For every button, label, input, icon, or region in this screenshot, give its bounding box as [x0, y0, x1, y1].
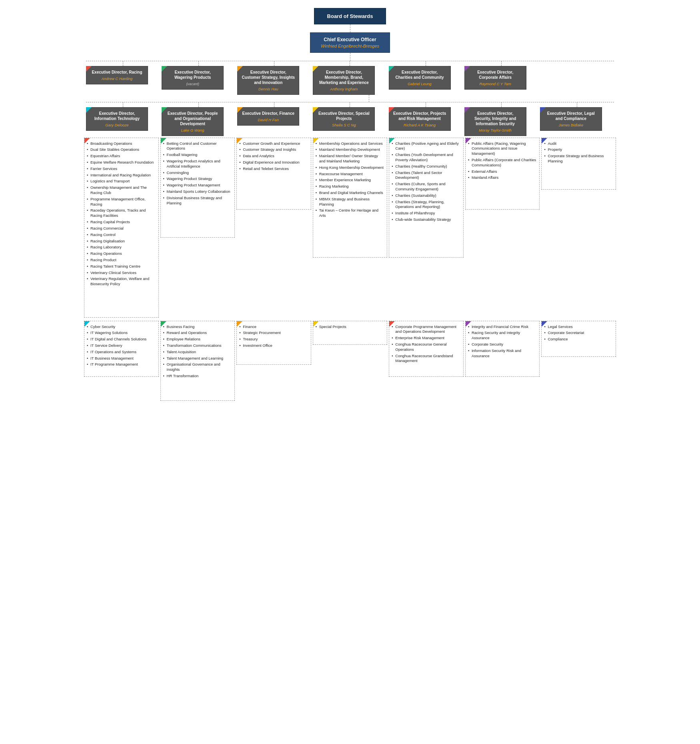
ed-it-title: Executive Director, Information Technolo…	[90, 111, 144, 121]
ed-racing-box: Executive Director, Racing Andrew C Hard…	[86, 66, 148, 84]
list-item: IT Operations and Systems	[86, 349, 156, 355]
dept-finance-bottom: Finance Strategic Procurement Treasury I…	[236, 321, 311, 365]
ceo-box: Chief Executive Officer Winfried Engelbr…	[310, 32, 390, 53]
list-item: Tai Kwun – Centre for Heritage and Arts	[315, 208, 385, 219]
list-item: Wagering Product Strategy	[163, 176, 233, 182]
row2-execs: Executive Director, Information Technolo…	[86, 102, 614, 136]
dept-projects-bottom: Corporate Programme Management and Opera…	[389, 321, 464, 377]
list-item: Brand and Digital Marketing Channels	[315, 190, 385, 196]
list-item: IT Digital and Channels Solutions	[86, 336, 156, 343]
list-item: Veterinary Clinical Services	[86, 270, 156, 276]
v2	[198, 61, 199, 66]
ed-racing-wrapper: Executive Director, Racing Andrew C Hard…	[86, 66, 160, 84]
ed-special-name: Sheila S C Ng	[317, 123, 370, 127]
col-wagering: Executive Director, Wagering Products (v…	[162, 61, 236, 95]
ed-wagering-name: (vacant)	[166, 82, 219, 86]
dept-special-bottom: Special Projects	[313, 321, 388, 345]
list-item: Hong Kong Membership Development	[315, 164, 385, 171]
ed-wagering-wrapper: Executive Director, Wagering Products (v…	[162, 66, 236, 90]
list-item: Betting Control and Customer Operations	[163, 140, 233, 152]
ed-projects-name: Richard A K Tsiang	[393, 123, 446, 127]
ed-corporate-title: Executive Director, Corporate Affairs	[469, 70, 522, 80]
list-item: Data and Analytics	[239, 153, 309, 160]
ed-customer-wrapper: Executive Director, Customer Strategy, I…	[237, 66, 311, 95]
ed-membership-title: Executive Director, Membership, Brand, M…	[317, 70, 370, 85]
list-item: Dual Site Stables Operations	[86, 147, 156, 153]
ed-charities-box: Executive Director, Charities and Commun…	[389, 66, 451, 90]
list-item: Organisational Governance and Insights	[163, 362, 233, 373]
list-item: Raceday Operations, Tracks and Racing Fa…	[86, 208, 156, 219]
ed-finance-box: Executive Director, Finance David H Fan	[237, 107, 299, 126]
ed-security-name: Moray Taylor-Smith	[469, 128, 522, 132]
list-item: Racing Control	[86, 232, 156, 238]
list-item: Digital Experience and Innovation	[239, 159, 309, 166]
col-people: Executive Director, People and Organisat…	[162, 102, 236, 136]
list-item: Customer Strategy and Insights	[239, 147, 309, 153]
list-item: Charities (Healthy Community)	[391, 163, 461, 170]
dept-bottom-row: Cyber Security IT Wagering Solutions IT …	[84, 321, 616, 401]
list-item: Equine Welfare Research Foundation	[86, 159, 156, 166]
dept-projects-list: Corporate Programme Management and Opera…	[391, 324, 461, 364]
flag-customer	[237, 66, 243, 72]
ed-customer-name: Dennis Hau	[242, 87, 295, 91]
ed-special-title: Executive Director, Special Projects	[317, 111, 370, 121]
ed-it-box: Executive Director, Information Technolo…	[86, 107, 148, 131]
list-item: Racecourse Management	[315, 171, 385, 177]
vi1	[123, 102, 123, 107]
list-item: Public Affairs (Corporate and Charities …	[468, 157, 538, 168]
list-item: Corporate Strategy and Business Planning	[544, 153, 614, 165]
ed-projects-wrapper: Executive Director, Projects and Risk Ma…	[389, 107, 463, 131]
v3	[274, 61, 274, 66]
list-item: Public Affairs (Racing, Wagering Communi…	[468, 140, 538, 157]
list-item: Audit	[544, 140, 614, 147]
list-item: Equestrian Affairs	[86, 153, 156, 160]
list-item: Mainland Member/ Owner Strategy and Main…	[315, 153, 385, 165]
ed-special-wrapper: Executive Director, Special Projects She…	[313, 107, 387, 131]
list-item: Wagering Product Management	[163, 182, 233, 189]
list-item: Club-wide Sustainability Strategy	[391, 217, 461, 223]
ed-charities-wrapper: Executive Director, Charities and Commun…	[389, 66, 463, 90]
ed-security-wrapper: Executive Director, Security, Integrity …	[464, 107, 538, 136]
list-item: Membership Operations and Services	[315, 140, 385, 147]
list-item: Football Wagering	[163, 152, 233, 158]
list-item: Enterprise Risk Management	[391, 335, 461, 342]
ed-charities-name: Gabriel Leung	[393, 82, 446, 86]
col-racing: Executive Director, Racing Andrew C Hard…	[86, 61, 160, 95]
ed-people-title: Executive Director, People and Organisat…	[166, 111, 219, 126]
list-item: Racing Operations	[86, 251, 156, 257]
list-item: Corporate Security	[468, 341, 538, 348]
list-item: Talent Acquisition	[163, 349, 233, 355]
board-section: Board of Stewards	[314, 8, 386, 32]
col-special: Executive Director, Special Projects She…	[313, 102, 387, 136]
ed-racing-name: Andrew C Harding	[90, 76, 144, 81]
vi5	[426, 102, 426, 107]
dept-legal-bottom: Legal Services Corporate Secretariat Com…	[541, 321, 616, 357]
ed-legal-title: Executive Director, Legal and Compliance	[544, 111, 598, 121]
list-item: Commingling	[163, 170, 233, 176]
list-item: IT Wagering Solutions	[86, 330, 156, 336]
list-item: Charities (Positive Ageing and Elderly C…	[391, 140, 461, 152]
v6	[501, 61, 502, 66]
vi6	[501, 102, 502, 107]
list-item: Charities (Culture, Sports and Community…	[391, 181, 461, 193]
ed-customer-box: Executive Director, Customer Strategy, I…	[237, 66, 299, 95]
ed-special-box: Executive Director, Special Projects She…	[313, 107, 375, 131]
list-item: Transformation Communications	[163, 342, 233, 349]
list-item: Retail and Telebet Services	[239, 166, 309, 172]
dept-it-list: Cyber Security IT Wagering Solutions IT …	[86, 324, 156, 368]
ed-legal-box: Executive Director, Legal and Compliance…	[540, 107, 602, 131]
ceo-section: Chief Executive Officer Winfried Engelbr…	[86, 32, 614, 61]
dept-security-list: Integrity and Financial Crime Risk Racin…	[468, 324, 538, 359]
list-item: Information Security Risk and Assurance	[468, 348, 538, 359]
col-corporate: Executive Director, Corporate Affairs Ra…	[464, 61, 538, 95]
list-item: IT Programme Management	[86, 362, 156, 368]
list-item: Divisional Business Strategy and Plannin…	[163, 195, 233, 206]
ed-projects-box: Executive Director, Projects and Risk Ma…	[389, 107, 451, 131]
dept-membership-list: Membership Operations and Services Mainl…	[315, 140, 385, 219]
list-item: Treasury	[239, 336, 309, 343]
flag-finance	[237, 107, 243, 113]
ed-people-box: Executive Director, People and Organisat…	[162, 107, 224, 136]
list-item: Talent Management and Learning	[163, 355, 233, 362]
list-item: Racing Product	[86, 257, 156, 263]
dept-customer-list: Customer Growth and Experience Customer …	[239, 140, 309, 172]
